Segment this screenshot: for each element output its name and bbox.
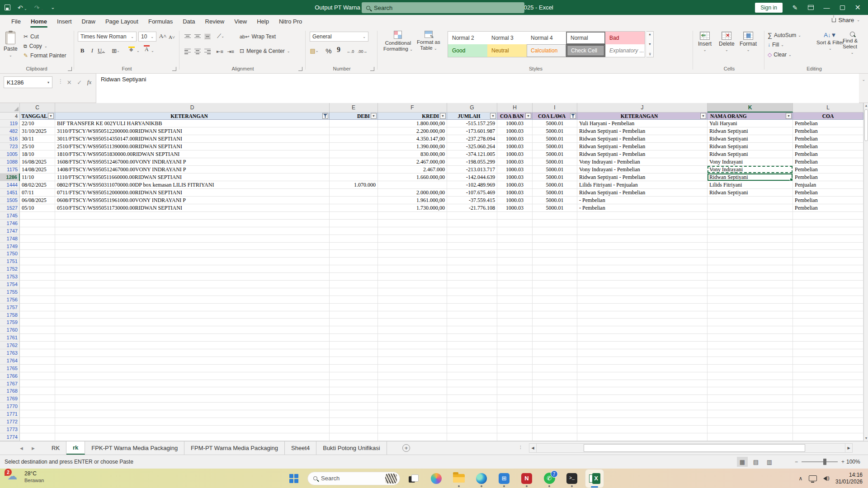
align-right-icon[interactable] <box>204 48 211 55</box>
ribbon-tab-review[interactable]: Review <box>200 16 230 27</box>
normal-view-icon[interactable]: ▦ <box>737 457 748 467</box>
cell-F1774[interactable] <box>378 433 447 441</box>
cell-C1769[interactable] <box>20 395 55 403</box>
cell-F1755[interactable] <box>378 288 447 296</box>
cell-E1451[interactable] <box>330 189 378 197</box>
cell-D1527[interactable]: 0510/FTSCY/WS950511730000.00RIDWAN SEPTI… <box>55 204 330 212</box>
cell-H1286[interactable]: 1000.03 <box>497 174 533 181</box>
decrease-decimal-icon[interactable]: .00→ <box>358 47 368 56</box>
cell-L1765[interactable] <box>793 365 863 372</box>
cell-G1527[interactable]: -21.776.108 <box>447 204 497 212</box>
column-letter-G[interactable]: G <box>447 103 497 113</box>
cell-D1756[interactable] <box>55 296 330 304</box>
cell-I1527[interactable]: 5000.01 <box>533 204 577 212</box>
display-tray-icon[interactable] <box>809 475 817 481</box>
cell-G1765[interactable] <box>447 365 497 372</box>
row-number[interactable]: 1753 <box>0 273 20 281</box>
tray-chevron-icon[interactable]: ∧ <box>798 475 802 482</box>
cell-I1750[interactable] <box>533 250 577 258</box>
cell-I1769[interactable] <box>533 395 577 403</box>
row-number[interactable]: 1747 <box>0 227 20 235</box>
excel-taskbar-button[interactable]: X <box>585 469 604 488</box>
cell-H1759[interactable] <box>497 319 533 326</box>
ribbon-display-options-icon[interactable] <box>808 5 814 10</box>
cell-G723[interactable]: -325.060.264 <box>447 143 497 150</box>
font-dialog-launcher-icon[interactable] <box>172 67 176 71</box>
cell-F1286[interactable]: 1.660.000,00 <box>378 174 447 181</box>
autosum-button[interactable]: ∑AutoSum⌄ <box>768 32 801 39</box>
row-number[interactable]: 1756 <box>0 296 20 304</box>
cell-G1760[interactable] <box>447 326 497 334</box>
cell-E1772[interactable] <box>330 418 378 426</box>
cell-F1756[interactable] <box>378 296 447 304</box>
cell-L1745[interactable] <box>793 212 863 220</box>
cell-E1749[interactable] <box>330 243 378 250</box>
clock[interactable]: 14:16 31/01/2026 <box>835 472 863 485</box>
cell-D482[interactable]: 3110/FTSCY/WS950512200000.00RIDWAN SEPTI… <box>55 127 330 135</box>
cell-F1750[interactable] <box>378 250 447 258</box>
sheet-tab-fpm-pt-warna-media-packaging[interactable]: FPM-PT Warna Media Packaging <box>184 441 285 455</box>
cell-L1444[interactable]: Penjualan <box>793 181 863 189</box>
cell-E1761[interactable] <box>330 334 378 342</box>
cell-H1749[interactable] <box>497 243 533 250</box>
cell-J1451[interactable]: Ridwan Septiyani - Pembelian <box>577 189 708 197</box>
weather-widget[interactable]: ☁2 28°C Berawan <box>7 470 44 484</box>
cell-C1747[interactable] <box>20 227 55 235</box>
cell-J1444[interactable]: Lilids Fitriyani - Penjualan <box>577 181 708 189</box>
cell-I1758[interactable] <box>533 311 577 319</box>
cell-H1771[interactable] <box>497 410 533 418</box>
cell-L1175[interactable]: Pembelian <box>793 166 863 174</box>
cell-D1175[interactable]: 1408/FTSCY/WS950512467000.00VONY INDRAYA… <box>55 166 330 174</box>
cell-J1766[interactable] <box>577 372 708 380</box>
cell-I1774[interactable] <box>533 433 577 441</box>
column-header-f[interactable]: KREDI▼ <box>378 113 447 120</box>
cell-F119[interactable]: 1.800.000,00 <box>378 120 447 127</box>
cell-E1746[interactable] <box>330 220 378 227</box>
cell-J1753[interactable] <box>577 273 708 281</box>
row-number[interactable]: 1749 <box>0 243 20 250</box>
titlebar-search[interactable]: Search <box>362 2 524 13</box>
cell-I1763[interactable] <box>533 349 577 357</box>
cell-L1756[interactable] <box>793 296 863 304</box>
cell-F1451[interactable]: 2.000.000,00 <box>378 189 447 197</box>
row-number[interactable]: 1769 <box>0 395 20 403</box>
cell-E1764[interactable] <box>330 357 378 365</box>
cell-I1754[interactable] <box>533 281 577 288</box>
cell-L1764[interactable] <box>793 357 863 365</box>
cell-C1005[interactable]: 18/10 <box>20 150 55 158</box>
cell-F1770[interactable] <box>378 403 447 410</box>
cell-E1444[interactable]: 1.070.000 <box>330 181 378 189</box>
column-letter-D[interactable]: D <box>55 103 330 113</box>
zoom-slider-thumb[interactable] <box>823 459 826 465</box>
cell-I1771[interactable] <box>533 410 577 418</box>
cell-G1755[interactable] <box>447 288 497 296</box>
cell-D1758[interactable] <box>55 311 330 319</box>
cell-G1757[interactable] <box>447 304 497 311</box>
cell-E1755[interactable] <box>330 288 378 296</box>
cell-E1754[interactable] <box>330 281 378 288</box>
pen-mode-icon[interactable]: ✎ <box>793 4 798 11</box>
delete-cells-button[interactable]: Delete⌄ <box>719 32 735 52</box>
cell-J723[interactable]: Ridwan Septiyani - Pembelian <box>577 143 708 150</box>
row-number[interactable]: 1761 <box>0 334 20 342</box>
filter-dropdown-icon[interactable]: ▼ <box>490 113 496 119</box>
vertical-scrollbar[interactable]: ▲▼ <box>863 103 868 441</box>
cell-J1772[interactable] <box>577 418 708 426</box>
cell-I1175[interactable]: 5000.01 <box>533 166 577 174</box>
cell-K1756[interactable] <box>708 296 793 304</box>
cell-H119[interactable]: 1000.03 <box>497 120 533 127</box>
cell-I1088[interactable]: 5000.01 <box>533 158 577 166</box>
cell-L1088[interactable]: Pembelian <box>793 158 863 166</box>
ribbon-tab-file[interactable]: File <box>6 16 26 27</box>
sheet-tab-bukti-potong-unifikasi[interactable]: Bukti Potong Unifikasi <box>316 441 387 455</box>
cell-J119[interactable]: Yuli Haryani - Pembelian <box>577 120 708 127</box>
cell-E1758[interactable] <box>330 311 378 319</box>
cell-G1771[interactable] <box>447 410 497 418</box>
cell-G1748[interactable] <box>447 235 497 243</box>
cell-I516[interactable]: 5000.01 <box>533 135 577 143</box>
cell-H1005[interactable]: 1000.03 <box>497 150 533 158</box>
terminal-button[interactable]: >_ <box>563 469 581 488</box>
cell-E1527[interactable] <box>330 204 378 212</box>
cell-H1746[interactable] <box>497 220 533 227</box>
cell-L1766[interactable] <box>793 372 863 380</box>
